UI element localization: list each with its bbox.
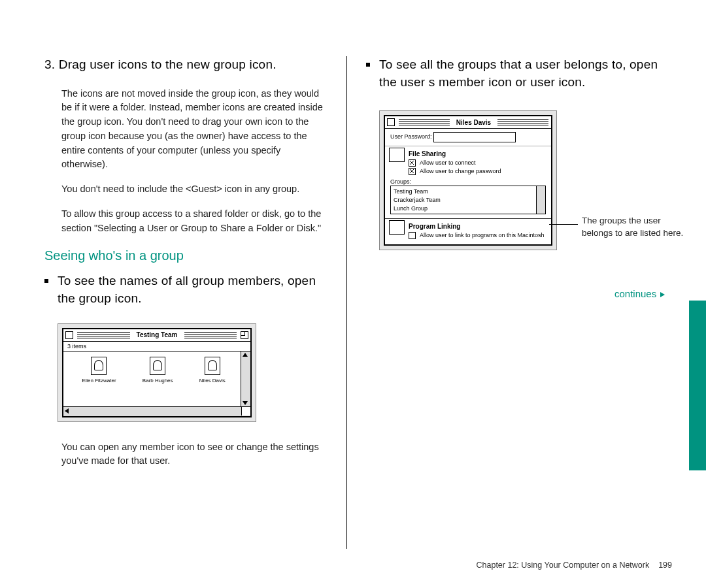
titlebar-stripes: [77, 332, 130, 338]
callout-text: The groups the user belongs to are liste…: [582, 215, 693, 240]
password-row: User Password:: [385, 129, 551, 146]
window-title: Testing Team: [133, 331, 182, 338]
member-icon: Barb Hughes: [143, 357, 173, 404]
section-heading: Seeing who's in a group: [44, 248, 326, 263]
continues-label: continues: [614, 288, 656, 299]
member-icon: Niles Davis: [199, 357, 226, 404]
column-divider: [346, 56, 347, 549]
password-field: [433, 132, 516, 142]
user-window: Niles Davis User Password: File Sharing …: [384, 115, 552, 246]
checkbox-checked-icon: [409, 168, 416, 175]
user-icon: [205, 357, 220, 375]
square-bullet-icon: [366, 63, 370, 67]
grow-box-icon: [241, 407, 250, 416]
paragraph: To allow this group access to a shared f…: [61, 207, 326, 236]
groups-list: Testing Team Crackerjack Team Lunch Grou…: [390, 186, 546, 214]
edge-tab: [689, 301, 706, 470]
page-number: 199: [658, 561, 672, 570]
member-name: Barb Hughes: [143, 378, 173, 384]
password-label: User Password:: [390, 134, 432, 140]
zoom-box-icon: [241, 331, 248, 339]
program-linking-icon: [389, 220, 405, 235]
close-box-icon: [65, 331, 73, 339]
section-label: Program Linking: [409, 223, 460, 230]
section-label: File Sharing: [409, 150, 446, 157]
section-program-linking: Program Linking: [385, 218, 551, 231]
checkbox-unchecked-icon: [409, 232, 416, 239]
item-count: 3 items: [67, 343, 86, 350]
titlebar-stripes: [184, 332, 237, 338]
page: 3. Drag user icons to the new group icon…: [0, 0, 706, 588]
window-info-bar: 3 items: [63, 342, 250, 351]
checkbox-label: Allow user to connect: [420, 159, 476, 166]
user-icon: [91, 357, 107, 375]
square-bullet-icon: [44, 279, 48, 283]
window: Testing Team 3 items Ellen Fitzwater B: [62, 328, 252, 417]
bullet-text: To see the names of all group members, o…: [58, 272, 326, 307]
scrollbar-horizontal: [63, 407, 250, 416]
close-box-icon: [387, 118, 395, 126]
right-column: To see all the groups that a user belong…: [366, 56, 667, 299]
left-column: 3. Drag user icons to the new group icon…: [44, 56, 326, 479]
member-icon: Ellen Fitzwater: [82, 357, 116, 404]
section-file-sharing: File Sharing: [385, 146, 551, 159]
bullet-text: To see all the groups that a user belong…: [379, 56, 667, 91]
figure-testing-team: Testing Team 3 items Ellen Fitzwater B: [58, 323, 256, 422]
groups-label: Groups:: [385, 176, 551, 186]
file-sharing-icon: [389, 148, 405, 162]
scrollbar-vertical: [241, 351, 250, 406]
paragraph: The icons are not moved inside the group…: [61, 87, 326, 172]
member-name: Niles Davis: [199, 378, 226, 384]
continues-indicator: continues: [614, 288, 667, 299]
step-number: 3.: [44, 57, 55, 71]
checkbox-checked-icon: [409, 159, 416, 167]
checkbox-row: Allow user to change password: [385, 167, 551, 176]
bullet-item: To see the names of all group members, o…: [44, 272, 326, 307]
step-heading: 3. Drag user icons to the new group icon…: [44, 56, 326, 74]
bullet-item: To see all the groups that a user belong…: [366, 56, 667, 91]
step-title: Drag user icons to the new group icon.: [59, 57, 277, 71]
member-name: Ellen Fitzwater: [82, 378, 116, 384]
checkbox-row: Allow user to connect: [385, 159, 551, 167]
group-item: Testing Team: [394, 188, 535, 196]
callout-leader-line: [549, 224, 578, 225]
window-title: Niles Davis: [452, 119, 495, 126]
group-item: Lunch Group: [394, 204, 535, 213]
window-titlebar: Niles Davis: [385, 116, 551, 129]
group-item: Crackerjack Team: [394, 196, 535, 204]
checkbox-label: Allow user to change password: [420, 168, 501, 174]
figure-niles-davis: Niles Davis User Password: File Sharing …: [379, 110, 557, 250]
titlebar-stripes: [399, 119, 450, 125]
chapter-label: Chapter 12: Using Your Computer on a Net…: [477, 561, 650, 570]
window-titlebar: Testing Team: [63, 329, 250, 342]
page-footer: Chapter 12: Using Your Computer on a Net…: [477, 561, 673, 570]
user-icon: [150, 357, 165, 375]
checkbox-label: Allow user to link to programs on this M…: [420, 232, 545, 238]
paragraph: You don't need to include the <Guest> ic…: [61, 182, 326, 197]
checkbox-row: Allow user to link to programs on this M…: [385, 231, 551, 244]
scrollbar-vertical: [536, 186, 545, 214]
window-body: Ellen Fitzwater Barb Hughes Niles Davis: [63, 351, 250, 407]
titlebar-stripes: [497, 119, 548, 125]
paragraph: You can open any member icon to see or c…: [61, 440, 326, 469]
